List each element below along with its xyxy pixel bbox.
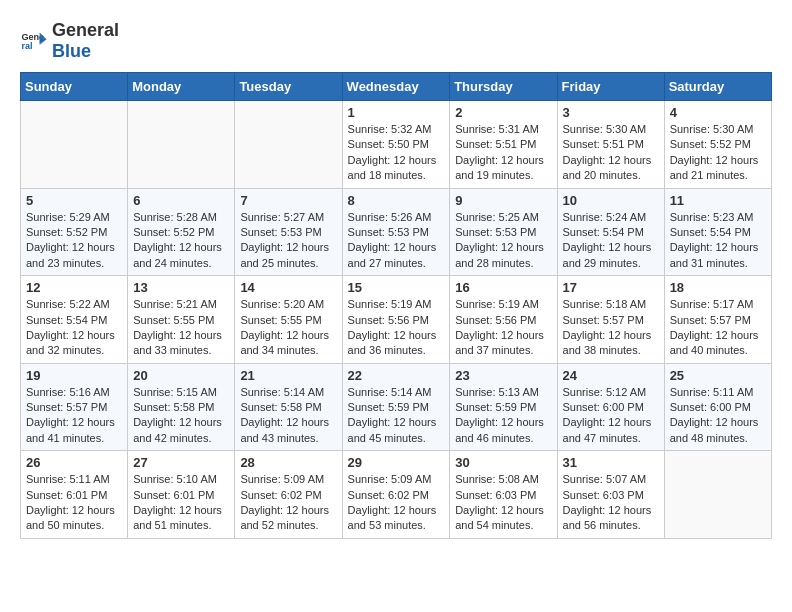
day-info: Sunrise: 5:21 AM Sunset: 5:55 PM Dayligh… (133, 297, 229, 359)
calendar-empty-cell (128, 101, 235, 189)
day-number: 11 (670, 193, 766, 208)
day-info: Sunrise: 5:19 AM Sunset: 5:56 PM Dayligh… (348, 297, 445, 359)
calendar-day-17: 17Sunrise: 5:18 AM Sunset: 5:57 PM Dayli… (557, 276, 664, 364)
day-info: Sunrise: 5:28 AM Sunset: 5:52 PM Dayligh… (133, 210, 229, 272)
calendar-day-24: 24Sunrise: 5:12 AM Sunset: 6:00 PM Dayli… (557, 363, 664, 451)
day-info: Sunrise: 5:08 AM Sunset: 6:03 PM Dayligh… (455, 472, 551, 534)
calendar-week-row: 19Sunrise: 5:16 AM Sunset: 5:57 PM Dayli… (21, 363, 772, 451)
day-number: 3 (563, 105, 659, 120)
day-info: Sunrise: 5:27 AM Sunset: 5:53 PM Dayligh… (240, 210, 336, 272)
calendar-day-10: 10Sunrise: 5:24 AM Sunset: 5:54 PM Dayli… (557, 188, 664, 276)
day-info: Sunrise: 5:22 AM Sunset: 5:54 PM Dayligh… (26, 297, 122, 359)
day-number: 30 (455, 455, 551, 470)
day-number: 18 (670, 280, 766, 295)
calendar-day-11: 11Sunrise: 5:23 AM Sunset: 5:54 PM Dayli… (664, 188, 771, 276)
day-number: 2 (455, 105, 551, 120)
day-number: 10 (563, 193, 659, 208)
day-info: Sunrise: 5:18 AM Sunset: 5:57 PM Dayligh… (563, 297, 659, 359)
calendar-day-2: 2Sunrise: 5:31 AM Sunset: 5:51 PM Daylig… (450, 101, 557, 189)
day-number: 16 (455, 280, 551, 295)
calendar-day-14: 14Sunrise: 5:20 AM Sunset: 5:55 PM Dayli… (235, 276, 342, 364)
calendar-day-6: 6Sunrise: 5:28 AM Sunset: 5:52 PM Daylig… (128, 188, 235, 276)
day-info: Sunrise: 5:11 AM Sunset: 6:01 PM Dayligh… (26, 472, 122, 534)
svg-text:ral: ral (21, 41, 32, 51)
day-info: Sunrise: 5:11 AM Sunset: 6:00 PM Dayligh… (670, 385, 766, 447)
calendar-empty-cell (664, 451, 771, 539)
weekday-header-wednesday: Wednesday (342, 73, 450, 101)
page-header: Gene ral General Blue (20, 20, 772, 62)
calendar-day-19: 19Sunrise: 5:16 AM Sunset: 5:57 PM Dayli… (21, 363, 128, 451)
day-number: 26 (26, 455, 122, 470)
day-info: Sunrise: 5:30 AM Sunset: 5:52 PM Dayligh… (670, 122, 766, 184)
calendar-week-row: 26Sunrise: 5:11 AM Sunset: 6:01 PM Dayli… (21, 451, 772, 539)
calendar-day-9: 9Sunrise: 5:25 AM Sunset: 5:53 PM Daylig… (450, 188, 557, 276)
day-number: 19 (26, 368, 122, 383)
day-info: Sunrise: 5:13 AM Sunset: 5:59 PM Dayligh… (455, 385, 551, 447)
day-number: 21 (240, 368, 336, 383)
logo-icon: Gene ral (20, 27, 48, 55)
calendar-week-row: 12Sunrise: 5:22 AM Sunset: 5:54 PM Dayli… (21, 276, 772, 364)
calendar-empty-cell (235, 101, 342, 189)
calendar-day-4: 4Sunrise: 5:30 AM Sunset: 5:52 PM Daylig… (664, 101, 771, 189)
day-number: 8 (348, 193, 445, 208)
calendar-day-12: 12Sunrise: 5:22 AM Sunset: 5:54 PM Dayli… (21, 276, 128, 364)
day-info: Sunrise: 5:14 AM Sunset: 5:59 PM Dayligh… (348, 385, 445, 447)
day-number: 9 (455, 193, 551, 208)
day-info: Sunrise: 5:25 AM Sunset: 5:53 PM Dayligh… (455, 210, 551, 272)
day-info: Sunrise: 5:09 AM Sunset: 6:02 PM Dayligh… (348, 472, 445, 534)
day-number: 1 (348, 105, 445, 120)
calendar-day-29: 29Sunrise: 5:09 AM Sunset: 6:02 PM Dayli… (342, 451, 450, 539)
weekday-header-friday: Friday (557, 73, 664, 101)
calendar-day-5: 5Sunrise: 5:29 AM Sunset: 5:52 PM Daylig… (21, 188, 128, 276)
day-number: 25 (670, 368, 766, 383)
calendar-day-15: 15Sunrise: 5:19 AM Sunset: 5:56 PM Dayli… (342, 276, 450, 364)
calendar-day-21: 21Sunrise: 5:14 AM Sunset: 5:58 PM Dayli… (235, 363, 342, 451)
day-info: Sunrise: 5:30 AM Sunset: 5:51 PM Dayligh… (563, 122, 659, 184)
calendar-empty-cell (21, 101, 128, 189)
day-number: 29 (348, 455, 445, 470)
calendar-day-31: 31Sunrise: 5:07 AM Sunset: 6:03 PM Dayli… (557, 451, 664, 539)
day-info: Sunrise: 5:19 AM Sunset: 5:56 PM Dayligh… (455, 297, 551, 359)
day-number: 17 (563, 280, 659, 295)
day-info: Sunrise: 5:17 AM Sunset: 5:57 PM Dayligh… (670, 297, 766, 359)
day-info: Sunrise: 5:24 AM Sunset: 5:54 PM Dayligh… (563, 210, 659, 272)
day-info: Sunrise: 5:07 AM Sunset: 6:03 PM Dayligh… (563, 472, 659, 534)
logo: Gene ral General Blue (20, 20, 119, 62)
weekday-header-monday: Monday (128, 73, 235, 101)
weekday-header-tuesday: Tuesday (235, 73, 342, 101)
day-number: 27 (133, 455, 229, 470)
calendar-day-30: 30Sunrise: 5:08 AM Sunset: 6:03 PM Dayli… (450, 451, 557, 539)
calendar-day-27: 27Sunrise: 5:10 AM Sunset: 6:01 PM Dayli… (128, 451, 235, 539)
day-number: 23 (455, 368, 551, 383)
day-number: 4 (670, 105, 766, 120)
day-info: Sunrise: 5:12 AM Sunset: 6:00 PM Dayligh… (563, 385, 659, 447)
calendar-day-20: 20Sunrise: 5:15 AM Sunset: 5:58 PM Dayli… (128, 363, 235, 451)
logo-text-general: Gene (52, 20, 97, 40)
calendar-week-row: 5Sunrise: 5:29 AM Sunset: 5:52 PM Daylig… (21, 188, 772, 276)
calendar-day-26: 26Sunrise: 5:11 AM Sunset: 6:01 PM Dayli… (21, 451, 128, 539)
weekday-header-saturday: Saturday (664, 73, 771, 101)
day-info: Sunrise: 5:16 AM Sunset: 5:57 PM Dayligh… (26, 385, 122, 447)
calendar-day-3: 3Sunrise: 5:30 AM Sunset: 5:51 PM Daylig… (557, 101, 664, 189)
day-info: Sunrise: 5:14 AM Sunset: 5:58 PM Dayligh… (240, 385, 336, 447)
day-number: 12 (26, 280, 122, 295)
weekday-header-row: SundayMondayTuesdayWednesdayThursdayFrid… (21, 73, 772, 101)
calendar-day-22: 22Sunrise: 5:14 AM Sunset: 5:59 PM Dayli… (342, 363, 450, 451)
calendar-day-23: 23Sunrise: 5:13 AM Sunset: 5:59 PM Dayli… (450, 363, 557, 451)
weekday-header-sunday: Sunday (21, 73, 128, 101)
calendar-day-13: 13Sunrise: 5:21 AM Sunset: 5:55 PM Dayli… (128, 276, 235, 364)
calendar-table: SundayMondayTuesdayWednesdayThursdayFrid… (20, 72, 772, 539)
day-info: Sunrise: 5:10 AM Sunset: 6:01 PM Dayligh… (133, 472, 229, 534)
day-info: Sunrise: 5:20 AM Sunset: 5:55 PM Dayligh… (240, 297, 336, 359)
calendar-day-8: 8Sunrise: 5:26 AM Sunset: 5:53 PM Daylig… (342, 188, 450, 276)
day-info: Sunrise: 5:32 AM Sunset: 5:50 PM Dayligh… (348, 122, 445, 184)
calendar-week-row: 1Sunrise: 5:32 AM Sunset: 5:50 PM Daylig… (21, 101, 772, 189)
calendar-day-28: 28Sunrise: 5:09 AM Sunset: 6:02 PM Dayli… (235, 451, 342, 539)
day-number: 15 (348, 280, 445, 295)
day-number: 22 (348, 368, 445, 383)
day-info: Sunrise: 5:09 AM Sunset: 6:02 PM Dayligh… (240, 472, 336, 534)
day-number: 28 (240, 455, 336, 470)
day-number: 13 (133, 280, 229, 295)
day-number: 14 (240, 280, 336, 295)
day-number: 7 (240, 193, 336, 208)
